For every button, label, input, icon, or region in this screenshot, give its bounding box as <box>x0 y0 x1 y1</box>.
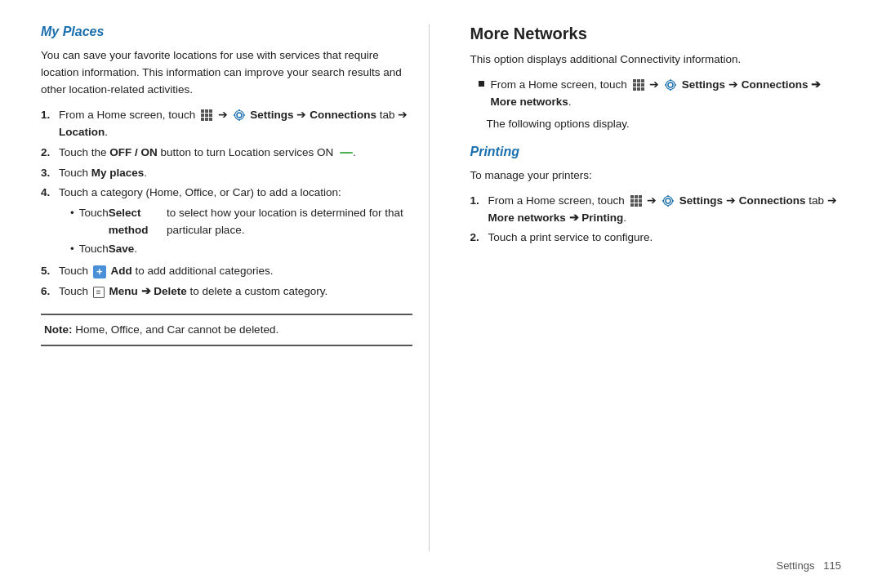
svg-rect-1 <box>205 109 208 113</box>
svg-rect-5 <box>209 114 212 117</box>
square-bullet-icon <box>479 81 484 87</box>
more-networks-title: More Networks <box>470 24 842 43</box>
step-4-bullets: Touch Select method to select how your l… <box>59 205 412 258</box>
step-6-menu-delete: Menu ➔ Delete <box>109 285 187 297</box>
step-1: 1. From a Home screen, touch ➔ Settings … <box>41 107 412 141</box>
printing-intro: To manage your printers: <box>470 167 842 185</box>
printing-steps: 1. From a Home screen, touch ➔ Settings … <box>470 193 842 247</box>
step-1-location: Location <box>59 126 105 138</box>
print-step-1-content: From a Home screen, touch ➔ Settings ➔ C… <box>488 193 842 227</box>
plus-icon <box>93 265 106 278</box>
svg-rect-8 <box>209 118 212 121</box>
right-column: More Networks This option displays addit… <box>462 24 842 551</box>
print-connections-label: Connections <box>739 194 806 207</box>
svg-rect-15 <box>633 79 636 82</box>
bullet-save: Touch Save. <box>70 241 412 258</box>
bullet-select-method: Touch Select method to select how your l… <box>70 205 412 239</box>
menu-icon <box>93 287 105 298</box>
step-3: 3. Touch My places. <box>41 165 412 182</box>
svg-rect-35 <box>639 199 642 203</box>
step-6-content: Touch Menu ➔ Delete to delete a custom c… <box>59 283 412 301</box>
printing-section: Printing To manage your printers: 1. Fro… <box>470 145 842 247</box>
print-step-2-content: Touch a print service to configure. <box>488 229 842 247</box>
svg-rect-2 <box>209 109 212 113</box>
svg-rect-19 <box>637 83 640 87</box>
svg-rect-34 <box>635 199 638 203</box>
footer: Settings 115 <box>41 551 841 572</box>
svg-rect-36 <box>630 203 634 207</box>
select-method-label: Select method <box>109 205 167 239</box>
svg-point-40 <box>664 197 673 206</box>
step-4: 4. Touch a category (Home, Office, or Ca… <box>41 185 412 260</box>
settings-label-right: Settings <box>682 78 725 91</box>
my-places-steps: 1. From a Home screen, touch ➔ Settings … <box>41 107 412 301</box>
more-networks-bullet-text: From a Home screen, touch ➔ Settings ➔ C… <box>491 77 842 111</box>
svg-point-24 <box>668 82 673 87</box>
step-1-settings: Settings <box>250 109 293 121</box>
svg-rect-17 <box>641 79 644 82</box>
svg-rect-37 <box>635 203 638 207</box>
step-2-content: Touch the OFF / ON button to turn Locati… <box>59 145 412 162</box>
step-6-num: 6. <box>41 283 59 301</box>
connections-more-networks: Connections ➔ More networks <box>491 78 822 108</box>
step-5-content: Touch Add to add additional categories. <box>59 263 412 280</box>
step-1-connections: Connections <box>310 109 376 121</box>
more-networks-bullet: From a Home screen, touch ➔ Settings ➔ C… <box>470 77 842 111</box>
step-3-num: 3. <box>41 165 59 182</box>
grid-icon-right <box>632 78 645 91</box>
step-3-content: Touch My places. <box>59 165 412 182</box>
svg-rect-31 <box>635 195 638 198</box>
svg-point-25 <box>666 81 675 90</box>
svg-rect-33 <box>630 199 634 203</box>
step-4-num: 4. <box>41 185 59 202</box>
svg-rect-22 <box>637 87 640 91</box>
print-step-1-num: 1. <box>470 193 488 210</box>
more-networks-intro: This option displays additional Connecti… <box>470 51 842 69</box>
svg-rect-30 <box>630 195 634 198</box>
note-label: Note: <box>44 323 73 336</box>
step-1-content: From a Home screen, touch ➔ Settings ➔ C… <box>59 107 412 141</box>
grid-icon-print <box>630 194 643 207</box>
print-step-2: 2. Touch a print service to configure. <box>470 229 842 247</box>
svg-rect-32 <box>639 195 642 198</box>
svg-rect-18 <box>633 83 636 87</box>
svg-rect-4 <box>205 114 208 117</box>
print-more-networks-printing: More networks ➔ Printing <box>488 212 624 224</box>
print-step-1: 1. From a Home screen, touch ➔ Settings … <box>470 193 842 227</box>
columns: My Places You can save your favorite loc… <box>41 24 841 551</box>
step-2-num: 2. <box>41 145 59 162</box>
step-4-content: Touch a category (Home, Office, or Car) … <box>59 185 412 260</box>
footer-page: 115 <box>823 559 841 572</box>
svg-point-39 <box>666 198 670 203</box>
left-column: My Places You can save your favorite loc… <box>41 24 430 551</box>
note-box: Note: Home, Office, and Car cannot be de… <box>41 314 412 346</box>
step-3-my-places: My places <box>91 167 145 179</box>
svg-rect-7 <box>205 118 208 121</box>
svg-rect-38 <box>639 203 642 207</box>
print-settings-label: Settings <box>679 194 723 207</box>
footer-label: Settings <box>776 559 814 572</box>
settings-icon-1 <box>233 109 246 122</box>
on-toggle <box>340 152 353 154</box>
step-2-off-on: OFF / ON <box>109 146 158 158</box>
following-options-text: The following options display. <box>470 116 842 133</box>
print-step-2-num: 2. <box>470 229 488 247</box>
settings-icon-right <box>664 78 677 91</box>
grid-icon <box>200 109 213 122</box>
save-label: Save <box>109 241 135 258</box>
my-places-intro: You can save your favorite locations for… <box>41 47 412 99</box>
svg-rect-21 <box>633 87 636 91</box>
step-5-add: Add <box>111 265 132 277</box>
step-5-num: 5. <box>41 263 59 280</box>
step-2: 2. Touch the OFF / ON button to turn Loc… <box>41 145 412 162</box>
page: My Places You can save your favorite loc… <box>0 0 882 588</box>
step-6: 6. Touch Menu ➔ Delete to delete a custo… <box>41 283 412 301</box>
my-places-title: My Places <box>41 24 412 39</box>
step-5: 5. Touch Add to add additional categorie… <box>41 263 412 280</box>
svg-rect-6 <box>201 118 204 121</box>
settings-icon-print <box>662 194 675 207</box>
note-text: Home, Office, and Car cannot be deleted. <box>73 323 279 336</box>
svg-rect-0 <box>201 109 204 113</box>
printing-title: Printing <box>470 145 842 159</box>
svg-rect-3 <box>201 114 204 117</box>
